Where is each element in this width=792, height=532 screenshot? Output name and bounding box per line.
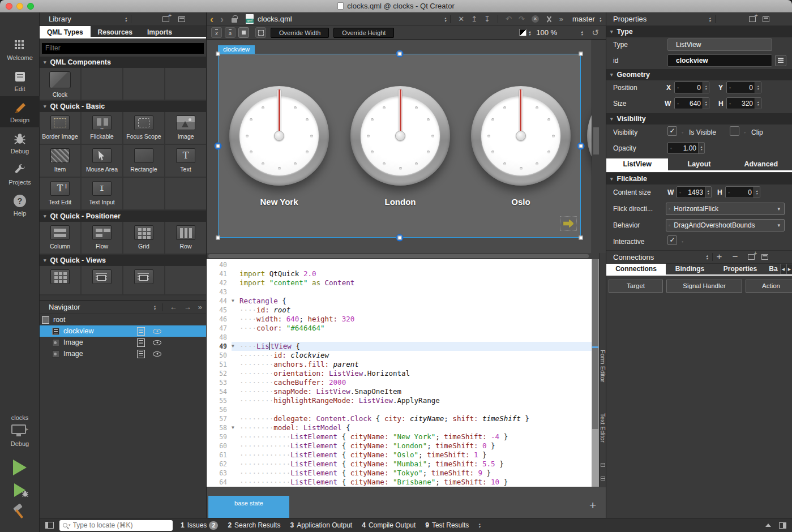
code-line-64[interactable]: 64············ListElement { cityName: "B…	[207, 478, 592, 487]
navigator-item-clockview[interactable]: clockview	[40, 325, 206, 337]
tab-resources[interactable]: Resources	[91, 26, 140, 37]
canvas-vertical-scrollbar[interactable]	[592, 40, 606, 253]
interactive-checkbox[interactable]: ✓	[667, 235, 677, 245]
column-header-signal-handler[interactable]: Signal Handler	[666, 280, 742, 293]
add-pane-icon[interactable]	[162, 16, 169, 22]
code-line-46[interactable]: 46····width: 640; height: 320	[207, 315, 592, 324]
code-line-58[interactable]: 58▼········model: ListModel {	[207, 423, 592, 432]
more-actions-icon[interactable]: »	[556, 15, 567, 23]
anchor-fill-icon[interactable]	[238, 27, 249, 38]
panel-selector-icon[interactable]: ▴▾	[125, 16, 127, 22]
code-line-42[interactable]: 42import "content" as Content	[207, 278, 592, 288]
move-right-icon[interactable]: →	[184, 303, 191, 311]
output-pane-search-results[interactable]: 2Search Results	[228, 521, 280, 529]
add-connection-icon[interactable]: +	[717, 251, 722, 263]
code-line-53[interactable]: 53········cacheBuffer: 2000	[207, 378, 592, 387]
library-item-path-view-icon[interactable]	[123, 266, 164, 294]
collapse-icon[interactable]: ▾	[44, 258, 46, 263]
code-line-51[interactable]: 51········anchors.fill: parent	[207, 360, 592, 369]
text-editor[interactable]: 4041import QtQuick 2.042import "content"…	[207, 259, 592, 487]
locator[interactable]: ▾	[59, 520, 173, 531]
reset-view-icon[interactable]: ↺	[588, 28, 606, 38]
section-header[interactable]: ▾QML Components	[40, 57, 206, 68]
override-width-button[interactable]: Override Width	[271, 28, 329, 38]
redo-icon[interactable]: ↷	[515, 15, 528, 23]
anchor-baseline-icon[interactable]: a	[225, 27, 236, 38]
code-line-50[interactable]: 50········id: clockview	[207, 351, 592, 360]
collapse-icon[interactable]: ▾	[610, 29, 613, 35]
content-w-spinbox[interactable]: ◦1493▴▾	[677, 186, 712, 198]
code-line-41[interactable]: 41import QtQuick 2.0	[207, 269, 592, 278]
tab-bindings[interactable]: Bindings	[666, 264, 714, 274]
resize-handle[interactable]	[397, 236, 401, 240]
collapse-pane-icon[interactable]	[763, 16, 769, 22]
tab-listview[interactable]: ListView	[606, 158, 668, 170]
panel-selector-icon[interactable]: ▴▾	[709, 16, 710, 22]
library-item-text[interactable]: Text	[165, 145, 206, 177]
navigator-item-image[interactable]: Image	[40, 337, 206, 348]
clip-checkbox[interactable]	[730, 126, 739, 136]
library-item-list-view-icon[interactable]	[82, 266, 122, 294]
navigator-item-image[interactable]: Image	[40, 348, 206, 359]
back-icon[interactable]: ‹	[207, 14, 217, 25]
h-spinbox[interactable]: ◦320▴▾	[726, 97, 761, 109]
document-selector-icon[interactable]: ▴▾	[444, 16, 446, 22]
collapse-icon[interactable]: ▾	[44, 59, 46, 65]
resize-handle[interactable]	[579, 144, 583, 148]
collapse-icon[interactable]: ▾	[44, 213, 46, 219]
column-header-action[interactable]: Action	[746, 280, 792, 293]
is-visible-checkbox[interactable]: ✓	[667, 126, 677, 136]
navigator-item-root[interactable]: root	[40, 314, 206, 325]
selection-mode-icon[interactable]	[255, 27, 266, 38]
undo-icon[interactable]: ↶	[502, 15, 515, 23]
add-pane-icon[interactable]	[748, 254, 755, 260]
id-field[interactable]: clockview	[667, 54, 772, 67]
canvas-color-icon[interactable]	[519, 29, 526, 36]
library-item-focus-scope[interactable]: Focus Scope	[123, 112, 164, 144]
base-state-tab[interactable]: base state	[208, 496, 289, 518]
split-down-icon[interactable]: ↧	[481, 15, 494, 23]
build-button[interactable]	[0, 504, 40, 522]
zoom-level[interactable]: 100 %	[536, 28, 557, 37]
close-window-button[interactable]	[6, 3, 12, 10]
resize-handle[interactable]	[216, 52, 220, 56]
panel-selector-icon[interactable]: ▴▾	[706, 254, 708, 260]
zoom-selector-icon[interactable]: ▴▾	[581, 30, 583, 36]
collapse-pane-icon[interactable]	[761, 254, 768, 260]
code-line-47[interactable]: 47····color: "#646464"	[207, 324, 592, 333]
collapse-icon[interactable]: ▾	[610, 176, 613, 182]
library-item-border-image[interactable]: Border Image	[40, 112, 80, 144]
tab-qml-types[interactable]: QML Types	[40, 26, 91, 37]
output-pane-application-output[interactable]: 3Application Output	[290, 521, 352, 529]
panel-selector-icon[interactable]: ▴▾	[154, 304, 156, 310]
mode-item-edit[interactable]: Edit	[0, 65, 40, 96]
opacity-spinbox[interactable]: ◦1.00▴▾	[667, 142, 705, 154]
mode-item-help[interactable]: ?Help	[0, 190, 40, 221]
code-scrollbar[interactable]	[592, 259, 599, 487]
library-item-clock[interactable]: Clock	[40, 68, 80, 100]
resize-handle[interactable]	[579, 52, 583, 56]
maximize-output-icon[interactable]	[765, 524, 771, 527]
resize-handle[interactable]	[216, 236, 220, 240]
visibility-eye-icon[interactable]	[153, 329, 161, 334]
git-branch[interactable]: master	[572, 15, 595, 23]
content-h-spinbox[interactable]: ◦0▴▾	[725, 186, 760, 198]
resize-handle[interactable]	[579, 236, 583, 240]
item-options-button[interactable]	[137, 338, 145, 347]
canvas-horizontal-scrollbar[interactable]	[207, 253, 606, 259]
library-item-text-input[interactable]: Text Input	[82, 178, 122, 209]
collapse-icon[interactable]: ▾	[610, 72, 613, 78]
minimize-window-button[interactable]	[16, 3, 23, 10]
no-anchors-icon[interactable]: x	[211, 27, 222, 38]
item-options-button[interactable]	[137, 327, 145, 336]
fold-marker-icon[interactable]: ▼	[232, 423, 239, 432]
debug-run-button[interactable]	[0, 483, 40, 497]
tab-ba[interactable]: Ba	[767, 264, 780, 274]
tab-imports[interactable]: Imports	[140, 26, 179, 37]
section-header[interactable]: ▾Qt Quick - Views	[40, 255, 206, 266]
tab-scroll-right-icon[interactable]: ▶	[786, 264, 792, 274]
code-line-62[interactable]: 62············ListElement { cityName: "M…	[207, 460, 592, 469]
resize-handle[interactable]	[397, 52, 401, 56]
output-pane-selector-icon[interactable]: ▴▾	[478, 522, 480, 528]
code-line-40[interactable]: 40	[207, 260, 592, 269]
